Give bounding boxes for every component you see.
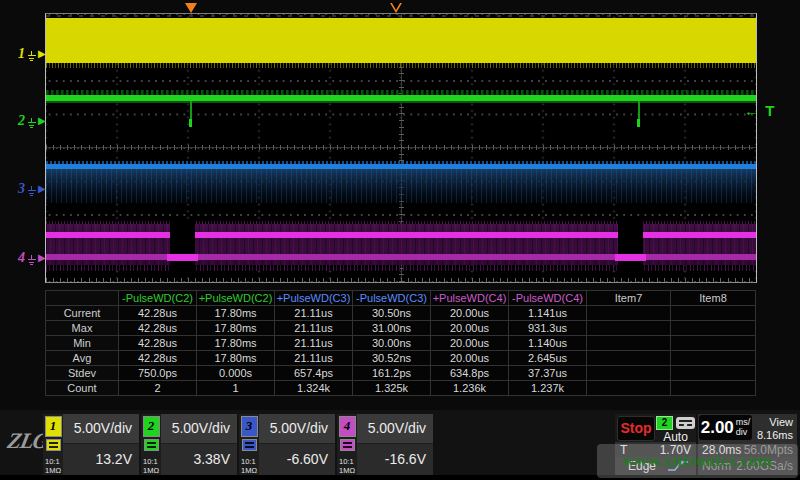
- channel-block-4[interactable]: 410:11MΩ5.00V/div-16.6V: [337, 414, 433, 475]
- trigger-type-row: Edge: [615, 457, 696, 475]
- channel-ground-marker-2[interactable]: 2▶: [18, 113, 46, 129]
- acquisition-mode[interactable]: Norm: [702, 459, 731, 473]
- measurement-corner-cell: [46, 291, 119, 306]
- channel-badge-column: 210:11MΩ: [141, 414, 161, 475]
- channel-block-1[interactable]: 110:11MΩ5.00V/div13.2V: [43, 414, 139, 475]
- channel-offset[interactable]: -16.6V: [357, 444, 433, 475]
- channel-offset[interactable]: 13.2V: [63, 444, 139, 475]
- oscilloscope-screen: ← T -PulseWD(C2)+PulseWD(C2)+PulseWD(C3)…: [0, 0, 800, 480]
- measurement-value-cell: 657.4ps: [275, 366, 353, 381]
- channel-position-arrow: ▶: [38, 116, 46, 126]
- channel-number-badge[interactable]: 4: [339, 416, 356, 437]
- channel-offset[interactable]: 3.38V: [161, 444, 237, 475]
- run-state-button[interactable]: Stop: [617, 416, 655, 441]
- trigger-panel[interactable]: Stop 2 Auto T 1.70V Edge: [615, 414, 696, 475]
- measurement-value-cell: 30.00ns: [353, 336, 431, 351]
- trigger-coupling-icon: [676, 417, 695, 429]
- timebase-scale-box[interactable]: 2.00 ms/div: [699, 415, 752, 440]
- measurement-column-header[interactable]: +PulseWD(C4): [431, 291, 509, 306]
- view-label: View: [752, 416, 793, 429]
- measurement-table: -PulseWD(C2)+PulseWD(C2)+PulseWD(C3)-Pul…: [45, 290, 756, 396]
- measurement-value-cell: 1.324k: [275, 381, 353, 396]
- trigger-source-badge[interactable]: 2: [656, 416, 673, 430]
- measurement-header-row: -PulseWD(C2)+PulseWD(C2)+PulseWD(C3)-Pul…: [46, 291, 756, 306]
- measurement-row-label: Current: [46, 306, 119, 321]
- acq-rate-row: Norm 2.00GSa/s: [698, 457, 797, 475]
- channel-ground-marker-4[interactable]: 4▶: [18, 250, 46, 266]
- channel-badge-column: 410:11MΩ: [337, 414, 357, 475]
- measurement-value-cell: [587, 336, 671, 351]
- graticule-bottom-ticks: [46, 278, 756, 282]
- ch4-waveform-gap: [618, 219, 643, 275]
- ch4-waveform-gap-low: [615, 254, 646, 261]
- probe-info: 10:11MΩ: [337, 457, 355, 475]
- trigger-source-area: 2 Auto: [655, 414, 696, 442]
- trigger-level-label: T: [620, 443, 627, 457]
- measurement-value-cell: 2: [119, 381, 197, 396]
- channel-marker-number: 3: [18, 182, 25, 196]
- measurement-value-cell: 30.50ns: [353, 306, 431, 321]
- measurement-value-cell: [587, 351, 671, 366]
- ch4-waveform-fringe-bottom: [46, 265, 756, 271]
- channel-number-badge[interactable]: 3: [241, 416, 258, 437]
- coupling-icon: [144, 439, 159, 451]
- measurement-value-cell: 20.00us: [431, 351, 509, 366]
- measurement-value-cell: [671, 321, 756, 336]
- ch3-waveform-striations: [46, 169, 756, 203]
- ground-icon: [27, 186, 36, 196]
- channel-position-arrow: ▶: [38, 184, 46, 194]
- measurement-value-cell: [671, 366, 756, 381]
- measurement-value-cell: [671, 351, 756, 366]
- measurement-value-cell: 31.00ns: [353, 321, 431, 336]
- channel-block-3[interactable]: 310:11MΩ5.00V/div-6.60V: [239, 414, 335, 475]
- waveform-area[interactable]: [45, 13, 757, 283]
- timebase-panel[interactable]: 2.00 ms/div View 8.16ms 28.0ms 56.0Mpts …: [698, 414, 797, 475]
- volts-per-div[interactable]: 5.00V/div: [259, 414, 335, 444]
- channel-number-badge[interactable]: 2: [143, 416, 160, 437]
- ch4-waveform-gap-low: [167, 254, 198, 261]
- channel-number-badge[interactable]: 1: [45, 416, 62, 437]
- trigger-delay-marker[interactable]: [390, 3, 402, 13]
- measurement-value-cell: 1.140us: [509, 336, 587, 351]
- measurement-column-header[interactable]: -PulseWD(C2): [119, 291, 197, 306]
- measurement-row: Min42.28us17.80ms21.11us30.00ns20.00us1.…: [46, 336, 756, 351]
- measurement-column-header[interactable]: Item7: [587, 291, 671, 306]
- channel-ground-marker-1[interactable]: 1▶: [18, 46, 46, 62]
- channel-offset[interactable]: -6.60V: [259, 444, 335, 475]
- measurement-value-cell: 0.000s: [197, 366, 275, 381]
- ch1-waveform: [46, 18, 756, 63]
- measurement-column-header[interactable]: -PulseWD(C4): [509, 291, 587, 306]
- trigger-level-value[interactable]: 1.70V: [660, 443, 691, 457]
- volts-per-div[interactable]: 5.00V/div: [161, 414, 237, 444]
- trigger-delay-value[interactable]: 28.0ms: [702, 443, 741, 457]
- input-impedance: 1MΩ: [339, 466, 355, 475]
- coupling-icon: [46, 439, 61, 451]
- measurement-column-header[interactable]: +PulseWD(C2): [197, 291, 275, 306]
- measurement-value-cell: 17.80ms: [197, 321, 275, 336]
- volts-per-div[interactable]: 5.00V/div: [357, 414, 433, 444]
- trigger-type[interactable]: Edge: [620, 459, 656, 473]
- timebase-unit: ms/div: [736, 418, 751, 437]
- channel-marker-number: 2: [18, 114, 25, 128]
- measurement-value-cell: [671, 306, 756, 321]
- ground-icon: [27, 51, 36, 61]
- measurement-column-header[interactable]: -PulseWD(C3): [353, 291, 431, 306]
- channel-ground-marker-3[interactable]: 3▶: [18, 181, 46, 197]
- trigger-position-marker[interactable]: [185, 3, 197, 13]
- measurement-value-cell: 1.237k: [509, 381, 587, 396]
- timebase-row: 2.00 ms/div View 8.16ms: [698, 414, 797, 442]
- measurement-value-cell: 20.00us: [431, 306, 509, 321]
- channel-block-2[interactable]: 210:11MΩ5.00V/div3.38V: [141, 414, 237, 475]
- measurement-value-cell: 21.11us: [275, 321, 353, 336]
- probe-ratio: 10:1: [143, 457, 159, 466]
- volts-per-div[interactable]: 5.00V/div: [63, 414, 139, 444]
- measurement-column-header[interactable]: Item8: [671, 291, 756, 306]
- measurement-column-header[interactable]: +PulseWD(C3): [275, 291, 353, 306]
- measurement-value-cell: 42.28us: [119, 351, 197, 366]
- channel-values: 5.00V/div-16.6V: [357, 414, 433, 475]
- measurement-value-cell: 21.11us: [275, 351, 353, 366]
- probe-info: 10:11MΩ: [43, 457, 61, 475]
- measurement-value-cell: 37.37us: [509, 366, 587, 381]
- trigger-level-indicator[interactable]: ← T: [744, 102, 775, 119]
- measurement-row-label: Avg: [46, 351, 119, 366]
